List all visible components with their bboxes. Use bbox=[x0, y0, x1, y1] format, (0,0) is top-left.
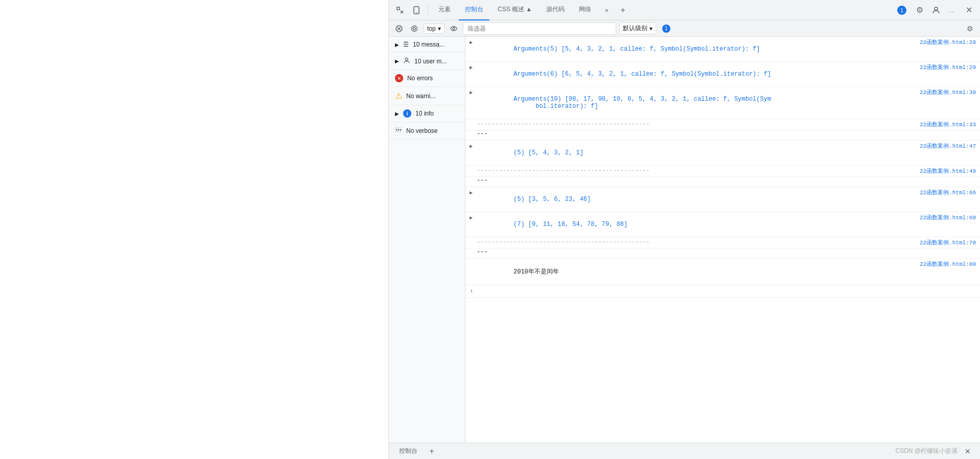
line-content-4b: --- bbox=[477, 130, 976, 137]
notification-badge-btn[interactable]: 1 bbox=[893, 4, 911, 17]
expand-btn-1[interactable]: ▶ bbox=[470, 38, 477, 45]
line-link-10[interactable]: 22函数案例.html:80 bbox=[920, 260, 976, 268]
line-link-9[interactable]: 22函数案例.html:70 bbox=[920, 239, 976, 246]
expand-btn-3[interactable]: ▶ bbox=[470, 88, 477, 96]
tab-elements[interactable]: 元素 bbox=[432, 0, 457, 20]
more-tabs-btn[interactable]: » bbox=[599, 3, 614, 17]
bottom-close-btn[interactable]: ✕ bbox=[962, 445, 974, 457]
svg-point-12 bbox=[396, 129, 398, 131]
console-line-7: ▶ (5) [3, 5, 6, 23, 46] 22函数案例.html:66 bbox=[465, 187, 980, 212]
filter-toggle-btn[interactable] bbox=[408, 22, 421, 35]
bottom-right-area: CSDN @柠檬味小姿溪 ✕ bbox=[895, 445, 974, 457]
info-icon: i bbox=[403, 109, 411, 118]
svg-point-11 bbox=[406, 58, 408, 61]
line-text-10: 2010年不是闰年 bbox=[514, 268, 559, 276]
line-content-9: ----------------------------------------… bbox=[477, 239, 916, 246]
notification-count: 1 bbox=[897, 6, 906, 15]
svg-point-13 bbox=[398, 129, 400, 131]
messages-label: 10 messa... bbox=[413, 41, 459, 48]
top-frame-label: top bbox=[427, 25, 436, 32]
console-settings-btn[interactable]: ⚙ bbox=[964, 22, 976, 35]
tab-network[interactable]: 网络 bbox=[573, 0, 597, 20]
message-count-badge: 1 bbox=[659, 24, 673, 34]
sidebar-item-warnings[interactable]: ⚠ No warni... bbox=[389, 87, 465, 105]
info-chevron: ▶ bbox=[395, 111, 399, 117]
expand-btn-5[interactable]: ▶ bbox=[470, 142, 477, 149]
line-content-6b: --- bbox=[477, 177, 976, 184]
line-content-3: Arguments(10) [98, 17, 90, 10, 6, 5, 4, … bbox=[477, 88, 916, 117]
line-content-1: Arguments(5) [5, 4, 3, 2, 1, callee: f, … bbox=[477, 38, 916, 60]
expand-btn-2[interactable]: ▶ bbox=[470, 63, 477, 71]
filter-input[interactable] bbox=[463, 22, 616, 35]
line-content-11[interactable] bbox=[473, 287, 976, 296]
line-link-1[interactable]: 22函数案例.html:28 bbox=[920, 38, 976, 46]
line-link-4[interactable]: 22函数案例.html:33 bbox=[920, 121, 976, 128]
console-line-9b: ▶ --- bbox=[465, 248, 980, 259]
line-link-5[interactable]: 22函数案例.html:47 bbox=[920, 142, 976, 150]
sidebar-item-errors[interactable]: ✕ No errors bbox=[389, 70, 465, 87]
user-messages-label: 10 user m... bbox=[414, 58, 459, 65]
eye-btn[interactable] bbox=[448, 22, 460, 35]
inspect-element-btn[interactable] bbox=[393, 3, 407, 17]
settings-btn[interactable]: ⚙ bbox=[913, 3, 927, 17]
errors-label: No errors bbox=[407, 75, 459, 82]
log-level-selector[interactable]: 默认级别 ▾ bbox=[619, 22, 656, 34]
console-line-11: › bbox=[465, 285, 980, 298]
line-content-9b: --- bbox=[477, 248, 976, 256]
line-text-5: (5) [5, 4, 3, 2, 1] bbox=[514, 149, 584, 156]
messages-icon: ☰ bbox=[403, 41, 409, 48]
main-panel: ▶ ☰ 10 messa... ▶ 10 user m... ✕ No erro… bbox=[389, 37, 980, 443]
expand-btn-7[interactable]: ▶ bbox=[470, 189, 477, 196]
console-line-1: ▶ Arguments(5) [5, 4, 3, 2, 1, callee: f… bbox=[465, 37, 980, 62]
close-devtools-btn[interactable]: ✕ bbox=[962, 3, 976, 17]
sidebar-item-info[interactable]: ▶ i 10 info bbox=[389, 105, 465, 122]
console-line-6b: ▶ --- bbox=[465, 177, 980, 187]
console-line-10: ▶ 2010年不是闰年 22函数案例.html:80 bbox=[465, 259, 980, 285]
console-line-4b: ▶ --- bbox=[465, 130, 980, 141]
top-frame-selector[interactable]: top ▾ bbox=[424, 24, 445, 34]
svg-point-10 bbox=[453, 28, 455, 30]
svg-point-8 bbox=[413, 27, 416, 30]
verbose-label: No verbose bbox=[406, 127, 459, 134]
message-count-dot: 1 bbox=[662, 25, 670, 33]
accounts-btn[interactable] bbox=[929, 3, 943, 17]
clear-console-btn[interactable] bbox=[393, 22, 405, 35]
expand-btn-8[interactable]: ▶ bbox=[470, 214, 477, 221]
svg-point-9 bbox=[451, 27, 457, 31]
messages-chevron: ▶ bbox=[395, 42, 399, 48]
line-link-2[interactable]: 22函数案例.html:29 bbox=[920, 63, 976, 71]
sidebar-item-verbose[interactable]: No verbose bbox=[389, 122, 465, 140]
line-content-4: ----------------------------------------… bbox=[477, 121, 916, 128]
watermark-text: CSDN @柠檬味小姿溪 bbox=[895, 447, 958, 455]
tab-console[interactable]: 控制台 bbox=[459, 0, 489, 20]
bottom-tab-console[interactable]: 控制台 bbox=[395, 445, 422, 457]
devtools-panel: 元素 控制台 CSS 概述 ▲ 源代码 网络 » + 1 ⚙ ... ✕ bbox=[388, 0, 980, 459]
line-link-7[interactable]: 22函数案例.html:66 bbox=[920, 189, 976, 196]
line-link-8[interactable]: 22函数案例.html:68 bbox=[920, 214, 976, 221]
tab-sources[interactable]: 源代码 bbox=[540, 0, 571, 20]
tab-css[interactable]: CSS 概述 ▲ bbox=[492, 0, 538, 20]
user-messages-chevron: ▶ bbox=[395, 58, 399, 64]
line-text-7: (5) [3, 5, 6, 23, 46] bbox=[514, 196, 591, 203]
bottom-add-tab-btn[interactable]: + bbox=[426, 445, 438, 457]
line-content-2: Arguments(6) [6, 5, 4, 3, 2, 1, callee: … bbox=[477, 63, 916, 85]
user-messages-icon bbox=[403, 57, 410, 65]
info-label: 10 info bbox=[415, 110, 459, 117]
line-text-8: (7) [9, 11, 18, 54, 78, 79, 88] bbox=[514, 221, 627, 228]
page-background bbox=[0, 0, 388, 459]
console-output[interactable]: ▶ Arguments(5) [5, 4, 3, 2, 1, callee: f… bbox=[465, 37, 980, 443]
tab-separator-1 bbox=[428, 5, 428, 15]
console-line-3: ▶ Arguments(10) [98, 17, 90, 10, 6, 5, 4… bbox=[465, 87, 980, 119]
line-link-3[interactable]: 22函数案例.html:30 bbox=[920, 88, 976, 96]
line-content-5: (5) [5, 4, 3, 2, 1] bbox=[477, 142, 916, 164]
sidebar-item-user-messages[interactable]: ▶ 10 user m... bbox=[389, 53, 465, 70]
more-options-btn[interactable]: ... bbox=[945, 3, 960, 17]
topbar-right-controls: 1 ⚙ ... ✕ bbox=[893, 3, 976, 17]
line-link-6[interactable]: 22函数案例.html:49 bbox=[920, 167, 976, 175]
device-mode-btn[interactable] bbox=[409, 3, 424, 17]
log-level-arrow: ▾ bbox=[649, 25, 652, 32]
add-tab-btn[interactable]: + bbox=[616, 3, 630, 17]
line-text-2: Arguments(6) [6, 5, 4, 3, 2, 1, callee: … bbox=[514, 71, 771, 78]
svg-point-7 bbox=[412, 26, 417, 31]
sidebar-item-messages[interactable]: ▶ ☰ 10 messa... bbox=[389, 37, 465, 53]
